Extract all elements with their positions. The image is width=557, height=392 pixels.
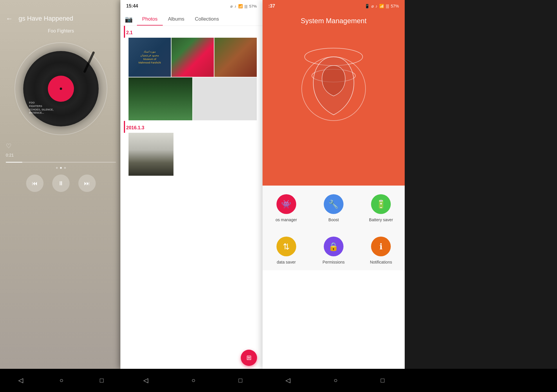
photo-flowers2[interactable] — [214, 38, 257, 77]
song-title: gs Have Happened — [19, 15, 73, 22]
recents-nav-2[interactable]: □ — [238, 377, 242, 384]
notifications-label: Notifications — [370, 260, 392, 264]
data-saver-label: data saver — [277, 260, 296, 264]
app-item-boost[interactable]: 🔧 Boost — [310, 186, 357, 228]
nav-section-1: ◁ ○ □ — [0, 377, 122, 384]
tab-photos[interactable]: Photos — [137, 13, 163, 26]
bottom-navigation: ◁ ○ □ ◁ ○ □ ◁ ○ □ — [0, 369, 557, 392]
music-icon-3: ♪ — [375, 4, 377, 8]
vinyl-center — [48, 76, 74, 102]
status-icons-2: ⌀ ♪ 📶 ||| 57% — [230, 4, 257, 8]
page-dots — [0, 167, 122, 169]
date-label-2: 2016.1.3 — [120, 121, 263, 133]
dot-3 — [64, 167, 66, 169]
next-button[interactable]: ⏭ — [78, 175, 96, 192]
museum-text: موزه استادمحمود فرشچیانMuseum ofMahmood … — [137, 48, 162, 66]
home-nav-3[interactable]: ○ — [334, 377, 337, 384]
app-item-os-manager[interactable]: 👾 os manager — [263, 186, 310, 228]
phone-icon: 📱 — [365, 4, 370, 8]
camera-icon: 📷 — [125, 16, 133, 23]
photo-room[interactable] — [129, 133, 173, 176]
photo-trees[interactable] — [129, 77, 192, 120]
system-management-screen: :37 📱 ⌀ ♪ 📶 ||| 57% System Management — [263, 0, 405, 369]
app-item-permissions[interactable]: 🔒 Permissions — [310, 228, 357, 270]
nav-section-2: ◁ ○ □ — [122, 377, 264, 384]
favorite-button[interactable]: ♡ — [6, 142, 12, 150]
pause-button[interactable]: ⏸ — [52, 175, 70, 192]
app-item-data-saver[interactable]: ⇅ data saver — [263, 228, 310, 270]
notifications-icon-symbol: ℹ — [379, 242, 383, 251]
screens-container: ← gs Have Happened Foo Fighters FOO FIGH… — [0, 0, 557, 392]
photo-empty — [193, 77, 257, 120]
screen3-top-section: :37 📱 ⌀ ♪ 📶 ||| 57% System Management — [263, 0, 405, 186]
artist-name: Foo Fighters — [0, 28, 122, 34]
battery-3: 57% — [391, 4, 399, 8]
fab-icon: ⊞ — [246, 354, 252, 362]
data-saver-icon-symbol: ⇅ — [283, 242, 290, 251]
system-management-title: System Management — [301, 17, 367, 25]
date-label-1: 2.1 — [120, 26, 263, 38]
back-arrow-icon[interactable]: ← — [6, 14, 13, 23]
music-player-header: ← gs Have Happened — [0, 0, 122, 28]
fab-button[interactable]: ⊞ — [241, 350, 257, 366]
dot-2 — [60, 167, 62, 169]
home-nav-1[interactable]: ○ — [59, 377, 63, 384]
usb-icon: ⌀ — [230, 4, 233, 8]
photo-grid-row-3 — [129, 133, 257, 176]
home-nav-2[interactable]: ○ — [191, 377, 195, 384]
notifications-icon: ℹ — [371, 237, 391, 256]
dot-1 — [56, 167, 58, 169]
permissions-icon: 🔒 — [324, 237, 343, 256]
acorn-svg — [299, 34, 368, 132]
acorn-graphic — [296, 28, 371, 138]
progress-bar-container[interactable] — [6, 162, 116, 163]
app-item-battery-saver[interactable]: 🔋 Battery saver — [357, 186, 405, 228]
vinyl-outer-ring: FOO FIGHTERS ECHOES, SILENCE, PATIENCE..… — [15, 42, 107, 135]
time-elapsed: 0:21 — [0, 150, 122, 160]
boost-label: Boost — [328, 217, 339, 222]
os-manager-icon-symbol: 👾 — [281, 199, 291, 209]
status-bar-2: 15:44 ⌀ ♪ 📶 ||| 57% — [120, 0, 263, 11]
playback-controls: ⏮ ⏸ ⏭ — [0, 175, 122, 192]
vinyl-center-dot — [60, 88, 62, 90]
boost-icon: 🔧 — [324, 194, 343, 214]
app-grid: 👾 os manager 🔧 Boost 🔋 Battery saver ⇅ — [263, 186, 405, 270]
recents-nav-1[interactable]: □ — [100, 377, 104, 384]
photo-museum[interactable]: موزه استادمحمود فرشچیانMuseum ofMahmood … — [129, 38, 171, 77]
boost-icon-symbol: 🔧 — [328, 199, 339, 209]
battery-saver-icon-symbol: 🔋 — [376, 199, 386, 209]
photo-flowers[interactable] — [171, 38, 214, 77]
tab-albums[interactable]: Albums — [163, 13, 190, 26]
music-icon: ♪ — [234, 4, 236, 8]
back-nav-2[interactable]: ◁ — [143, 377, 148, 384]
photos-screen: 15:44 ⌀ ♪ 📶 ||| 57% 📷 Photos Albums Coll… — [120, 0, 263, 369]
status-bar-3: :37 📱 ⌀ ♪ 📶 ||| 57% — [263, 0, 405, 11]
photo-tabs: 📷 Photos Albums Collections — [120, 11, 263, 26]
app-item-notifications[interactable]: ℹ Notifications — [357, 228, 405, 270]
status-time-3: :37 — [268, 3, 275, 9]
right-bg — [405, 0, 557, 369]
back-nav-3[interactable]: ◁ — [285, 377, 290, 384]
status-time-2: 15:44 — [126, 3, 138, 9]
battery-saver-label: Battery saver — [369, 217, 393, 222]
battery-saver-icon: 🔋 — [371, 194, 391, 214]
os-manager-label: os manager — [276, 217, 297, 222]
photo-grid-row-1: موزه استادمحمود فرشچیانMuseum ofMahmood … — [129, 38, 257, 77]
nav-section-3: ◁ ○ □ — [264, 377, 406, 384]
signal-icon-3: ||| — [386, 4, 389, 8]
prev-button[interactable]: ⏮ — [26, 175, 44, 192]
os-manager-icon: 👾 — [276, 194, 296, 214]
photo-grid-row-2 — [129, 77, 257, 120]
music-player-screen: ← gs Have Happened Foo Fighters FOO FIGH… — [0, 0, 122, 369]
data-saver-icon: ⇅ — [276, 237, 296, 256]
permissions-label: Permissions — [323, 260, 345, 264]
battery-2: 57% — [249, 4, 257, 8]
usb-icon-3: ⌀ — [371, 4, 374, 8]
recents-nav-3[interactable]: □ — [381, 377, 384, 384]
wifi-icon-2: 📶 — [238, 4, 243, 8]
wifi-icon-3: 📶 — [379, 4, 384, 8]
tab-collections[interactable]: Collections — [190, 13, 224, 26]
back-nav-1[interactable]: ◁ — [18, 377, 23, 384]
signal-icon-2: ||| — [245, 4, 247, 8]
progress-bar-fill — [6, 162, 22, 163]
